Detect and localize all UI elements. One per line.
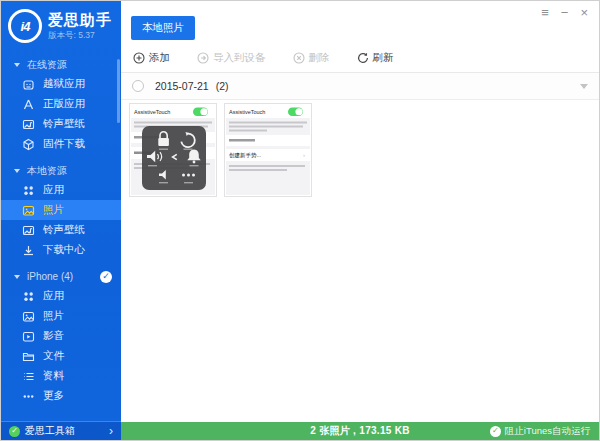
sidebar-item-jailbreak-apps[interactable]: 越狱应用 — [1, 74, 121, 94]
sidebar-item-label: 铃声壁纸 — [43, 223, 85, 237]
sidebar-item-label: 照片 — [43, 203, 64, 217]
add-label: 添加 — [149, 51, 170, 65]
photo-grid: AssistiveTouch — [121, 100, 599, 197]
delete-button[interactable]: 删除 — [293, 51, 330, 65]
mini-settings-title: AssistiveTouch — [134, 109, 170, 115]
import-device-icon — [197, 52, 209, 64]
sidebar-item-firmware-download[interactable]: 固件下载 — [1, 134, 121, 154]
import-label: 导入到设备 — [213, 51, 266, 65]
apps-grid-icon — [22, 184, 35, 197]
section-header-local-resources[interactable]: 本地资源 — [1, 161, 121, 180]
download-center-icon — [22, 244, 35, 257]
sidebar-item-genuine-apps[interactable]: 正版应用 — [1, 94, 121, 114]
check-circle-icon: ✓ — [490, 426, 501, 437]
tab-bar: 本地照片 — [121, 1, 599, 40]
files-icon — [22, 350, 35, 363]
refresh-label: 刷新 — [373, 51, 394, 65]
media-icon — [22, 330, 35, 343]
caret-down-icon — [14, 275, 20, 279]
app-title: 爱思助手 — [48, 12, 112, 29]
chevron-right-icon: › — [109, 425, 113, 437]
section-header-online-resources[interactable]: 在线资源 — [1, 55, 121, 74]
sidebar-item-label: 更多 — [43, 389, 64, 403]
assistivetouch-settings-screenshot: AssistiveTouch 创建新手势... › — [226, 105, 310, 195]
sidebar-item-device-more[interactable]: 更多 — [1, 386, 121, 406]
minimize-icon[interactable]: − — [561, 6, 569, 19]
sidebar-item-label: 资料 — [43, 369, 64, 383]
caret-down-icon — [14, 63, 20, 67]
sidebar-item-local-ringtone-wallpaper[interactable]: 铃声壁纸 — [1, 220, 121, 240]
section-label: 本地资源 — [27, 164, 67, 178]
sidebar-item-local-apps[interactable]: 应用 — [1, 180, 121, 200]
sidebar-item-label: 下载中心 — [43, 243, 85, 257]
sidebar-item-label: 影音 — [43, 329, 64, 343]
group-select-radio[interactable] — [132, 80, 144, 92]
sidebar-item-label: 照片 — [43, 309, 64, 323]
sidebar-item-label: 固件下载 — [43, 137, 85, 151]
section-label: iPhone (4) — [27, 271, 73, 282]
photo-thumbnail-2[interactable]: AssistiveTouch 创建新手势... › — [224, 103, 312, 197]
photos-icon — [22, 204, 35, 217]
section-label: 在线资源 — [27, 58, 67, 72]
caret-down-icon — [14, 169, 20, 173]
delete-label: 删除 — [309, 51, 330, 65]
sidebar-item-label: 应用 — [43, 289, 64, 303]
import-to-device-button[interactable]: 导入到设备 — [197, 51, 266, 65]
delete-circle-icon — [293, 52, 305, 64]
more-dots-icon — [22, 390, 35, 403]
section-header-iphone[interactable]: iPhone (4) ✓ — [1, 267, 121, 286]
chevron-down-icon[interactable] — [580, 84, 588, 89]
sidebar-item-local-photos[interactable]: 照片 — [1, 200, 121, 220]
sidebar-item-device-info[interactable]: 资料 — [1, 366, 121, 386]
refresh-icon — [357, 52, 369, 64]
info-list-icon — [22, 370, 35, 383]
ringtone-wallpaper-icon — [22, 224, 35, 237]
group-count: (2) — [216, 80, 229, 92]
sidebar-item-label: 铃声壁纸 — [43, 117, 85, 131]
assistivetouch-device-menu-overlay — [142, 126, 206, 190]
sidebar-item-device-media[interactable]: 影音 — [1, 326, 121, 346]
device-connected-check-icon: ✓ — [100, 271, 112, 283]
toolbox-check-icon: ✓ — [9, 426, 20, 437]
status-bar: 2 张照片 , 173.15 KB ✓ 阻止iTunes自动运行 — [121, 422, 599, 440]
jailbreak-app-icon — [22, 78, 35, 91]
sidebar-item-label: 越狱应用 — [43, 77, 85, 91]
assistivetouch-menu-screenshot: AssistiveTouch — [131, 105, 215, 195]
sidebar-item-label: 应用 — [43, 183, 64, 197]
photo-date-group-row: 2015-07-21 (2) — [121, 73, 599, 100]
firmware-download-icon — [22, 138, 35, 151]
menu-icon[interactable]: ≡ — [541, 6, 549, 19]
app-window: i4 爱思助手 版本号: 5.37 在线资源 越狱应用 正版应用 — [0, 0, 600, 441]
main-content: ≡ − × 本地照片 添加 导入到设备 — [121, 1, 599, 422]
photo-thumbnail-1[interactable]: AssistiveTouch — [129, 103, 217, 197]
refresh-button[interactable]: 刷新 — [357, 51, 394, 65]
i4-logo-icon: i4 — [8, 9, 42, 43]
app-logo: i4 爱思助手 版本号: 5.37 — [1, 1, 121, 48]
sidebar-item-device-photos[interactable]: 照片 — [1, 306, 121, 326]
sidebar-item-ringtone-wallpaper-online[interactable]: 铃声壁纸 — [1, 114, 121, 134]
app-version: 版本号: 5.37 — [48, 31, 112, 40]
toolbar: 添加 导入到设备 删除 刷新 — [121, 40, 599, 72]
window-controls: ≡ − × — [541, 6, 588, 19]
sidebar-item-label: 文件 — [43, 349, 64, 363]
sidebar-item-download-center[interactable]: 下载中心 — [1, 240, 121, 260]
sidebar-scrollbar[interactable] — [117, 59, 120, 123]
sidebar-item-device-files[interactable]: 文件 — [1, 346, 121, 366]
block-itunes-label: 阻止iTunes自动运行 — [505, 425, 590, 438]
close-icon[interactable]: × — [580, 6, 588, 19]
toolbox-footer-button[interactable]: ✓ 爱思工具箱 › — [1, 421, 121, 440]
toolbox-label: 爱思工具箱 — [25, 424, 75, 438]
group-date: 2015-07-21 — [155, 80, 209, 92]
sidebar-item-device-apps[interactable]: 应用 — [1, 286, 121, 306]
mini-settings-title: AssistiveTouch — [229, 109, 265, 115]
block-itunes-toggle[interactable]: ✓ 阻止iTunes自动运行 — [490, 425, 599, 438]
tab-local-photos[interactable]: 本地照片 — [131, 16, 195, 40]
ringtone-wallpaper-icon — [22, 118, 35, 131]
add-button[interactable]: 添加 — [133, 51, 170, 65]
genuine-app-icon — [22, 98, 35, 111]
photos-icon — [22, 310, 35, 323]
mini-chevron-right-icon: › — [303, 152, 305, 158]
apps-grid-icon — [22, 290, 35, 303]
mini-row-label: 创建新手势... — [229, 152, 262, 159]
sidebar-item-label: 正版应用 — [43, 97, 85, 111]
